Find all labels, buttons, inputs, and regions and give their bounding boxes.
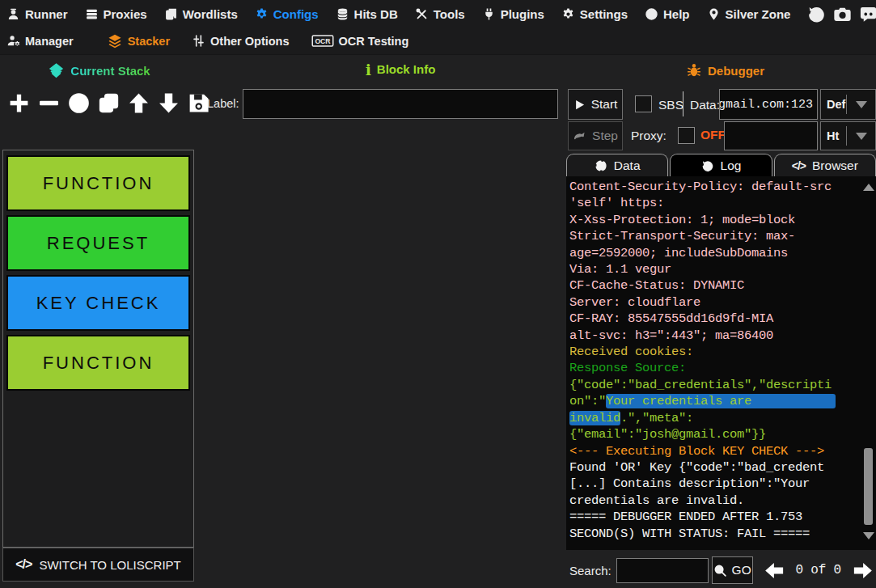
start-debug-button[interactable]: Start [568, 89, 623, 120]
search-pager: 0 of 0 [761, 560, 876, 582]
remove-block-button[interactable] [35, 87, 62, 118]
discord-icon[interactable] [859, 5, 876, 23]
stack-block-request[interactable]: REQUEST [6, 215, 190, 271]
minus-icon [37, 91, 61, 115]
scroll-up-arrow[interactable] [863, 184, 874, 191]
plug-icon [482, 7, 496, 21]
tab-log[interactable]: Log [670, 154, 772, 176]
tab-label: Log [721, 159, 742, 173]
stack-block-function[interactable]: FUNCTION [6, 335, 190, 391]
log-text: Strict-Transport-Security: max- [569, 229, 795, 243]
nav-item-settings[interactable]: Settings [561, 7, 628, 21]
history-icon[interactable] [807, 5, 826, 23]
nav-label: Hits DB [354, 7, 398, 21]
proxy-checkbox[interactable] [678, 127, 695, 144]
scrollbar-thumb[interactable] [864, 448, 873, 525]
log-text: Found 'OR' Key {"code":"bad_credent [569, 460, 824, 475]
log-line: Found 'OR' Key {"code":"bad_credent [569, 459, 858, 476]
log-text: age=2592000; includeSubDomains [569, 246, 788, 260]
add-block-button[interactable] [5, 87, 32, 118]
clear-blocks-button[interactable] [65, 87, 92, 118]
stack-block-label: FUNCTION [43, 173, 154, 194]
search-icon [713, 564, 727, 577]
nav-item-runner[interactable]: Runner [6, 7, 68, 21]
subnav-item-stacker[interactable]: Stacker [107, 33, 170, 49]
subnav-label: Stacker [128, 35, 170, 48]
current-stack-title: Current Stack [70, 64, 150, 78]
proxy-input[interactable] [724, 121, 818, 150]
gear-icon [255, 7, 269, 21]
tab-label: Browser [812, 159, 858, 173]
nav-item-wordlists[interactable]: Wordlists [164, 7, 238, 21]
log-highlighted-text: Your credentials are [606, 394, 836, 408]
proxy-type-dropdown[interactable]: Ht [820, 121, 876, 150]
wordlist-type-dropdown[interactable]: Def [820, 89, 876, 120]
debugger-header: Debugger [574, 62, 876, 78]
stack-block-label: REQUEST [47, 233, 150, 254]
help-circle-icon [645, 7, 658, 21]
stack-block-function[interactable]: FUNCTION [6, 155, 190, 211]
duplicate-block-button[interactable] [95, 87, 122, 118]
sbs-checkbox[interactable] [635, 95, 652, 112]
scroll-down-arrow[interactable] [863, 532, 874, 539]
nav-label: Help [663, 7, 690, 21]
stack-block-label: KEY CHECK [36, 293, 161, 314]
go-label: GO [732, 563, 751, 577]
nav-item-plugins[interactable]: Plugins [482, 7, 544, 21]
nav-label: Silver Zone [726, 7, 791, 21]
manager-icon [6, 34, 20, 48]
log-text: {"email":"josh@gmail.com"}} [569, 427, 766, 442]
nav-label: Configs [273, 7, 319, 21]
log-text: Server: cloudflare [569, 295, 700, 310]
copy-icon [97, 91, 121, 115]
log-line: ===== DEBUGGER ENDED AFTER 1.753 [569, 509, 858, 525]
log-text: Content-Security-Policy: default-src [569, 180, 832, 194]
log-line: Response Source: [569, 360, 858, 376]
move-block-down-button[interactable] [154, 87, 182, 118]
tools-icon [415, 7, 429, 21]
previous-match-button[interactable] [761, 560, 789, 582]
camera-icon[interactable] [833, 5, 852, 23]
next-match-button[interactable] [848, 560, 876, 582]
log-scrollbar[interactable] [861, 176, 875, 550]
tab-browser[interactable]: </> Browser [774, 154, 876, 176]
info-icon: i [366, 64, 371, 75]
switch-to-loliscript-button[interactable]: </> SWITCH TO LOLISCRIPT [2, 548, 194, 582]
log-line: Via: 1.1 vegur [569, 261, 858, 277]
subnav-item-manager[interactable]: Manager [6, 34, 74, 48]
move-block-up-button[interactable] [125, 87, 152, 118]
block-label-input[interactable] [243, 89, 558, 119]
log-text: .","meta": [620, 411, 693, 425]
log-text: CF-Cache-Status: DYNAMIC [569, 278, 744, 293]
nav-item-proxies[interactable]: Proxies [85, 7, 147, 21]
svg-text:OCR: OCR [315, 37, 331, 45]
search-input[interactable] [616, 558, 709, 583]
step-debug-button[interactable]: Step [568, 121, 623, 150]
runner-icon [6, 7, 20, 21]
plus-icon [7, 91, 31, 115]
search-go-button[interactable]: GO [712, 556, 753, 584]
nav-item-silver-zone[interactable]: Silver Zone [707, 7, 791, 21]
block-info-title: Block Info [377, 62, 436, 76]
subnav-item-ocr-testing[interactable]: OCR OCR Testing [311, 34, 409, 48]
log-line: SECOND(S) WITH STATUS: FAIL ===== [569, 526, 858, 542]
current-stack-panel: FUNCTIONREQUESTKEY CHECKFUNCTION [2, 150, 194, 548]
debugger-log-panel[interactable]: Content-Security-Policy: default-src'sel… [566, 176, 876, 550]
log-text: CF-RAY: 85547555dd16d9fd-MIA [569, 311, 773, 326]
stack-block-key-check[interactable]: KEY CHECK [6, 275, 190, 331]
log-text: 'self' https: [569, 196, 664, 210]
label-caption: Label: [207, 97, 239, 110]
play-icon [573, 99, 586, 111]
subnav-item-other-options[interactable]: Other Options [192, 34, 289, 48]
nav-item-tools[interactable]: Tools [415, 7, 465, 21]
log-text: ===== DEBUGGER ENDED AFTER 1.753 [569, 510, 802, 524]
debug-data-input[interactable]: gmail.com:123 [719, 89, 818, 120]
log-search-bar: Search: GO 0 of 0 [566, 555, 876, 586]
subnav-label: Manager [25, 35, 74, 48]
nav-item-help[interactable]: Help [645, 7, 690, 21]
data-ring-icon [595, 159, 607, 172]
tab-data[interactable]: Data [566, 154, 668, 176]
nav-item-configs[interactable]: Configs [255, 7, 319, 21]
tab-label: Data [614, 159, 641, 173]
nav-item-hits-db[interactable]: Hits DB [336, 7, 398, 21]
